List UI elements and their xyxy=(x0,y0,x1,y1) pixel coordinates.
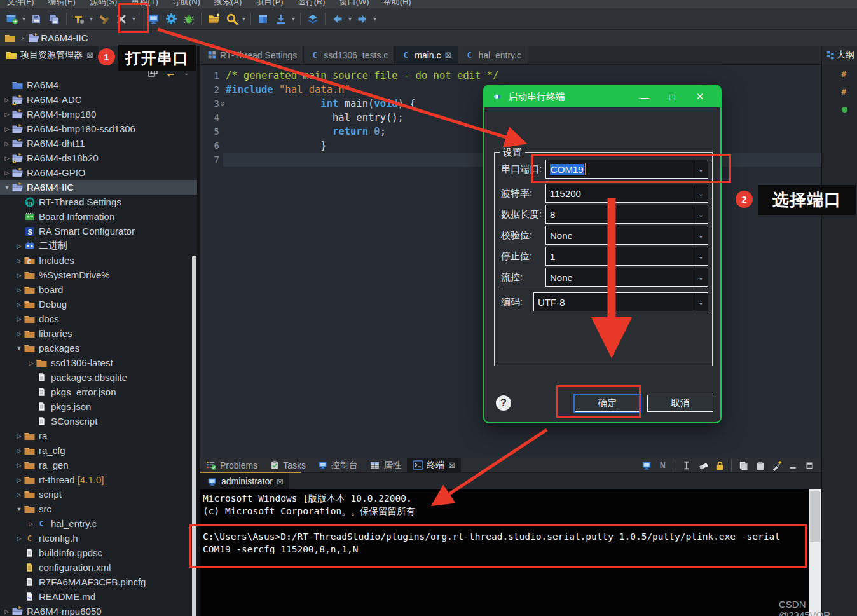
maximize-panel-icon[interactable] xyxy=(803,459,816,472)
download-icon[interactable] xyxy=(273,11,289,27)
tree-item-libraries[interactable]: ▷libraries xyxy=(0,326,197,341)
forward-dropdown-icon[interactable]: ▾ xyxy=(371,15,378,22)
tree-twisty-icon[interactable]: ▷ xyxy=(15,287,24,293)
menu-item-2[interactable]: 源码(S) xyxy=(90,0,117,8)
field-combo-3[interactable]: None⌄ xyxy=(545,226,708,245)
tree-item-ssd1306-latest[interactable]: ▷ssd1306-latest xyxy=(0,355,197,370)
bottom-tab-控制台[interactable]: 控制台 xyxy=(312,458,364,472)
tree-twisty-icon[interactable]: ▷ xyxy=(15,491,24,498)
chevron-down-icon[interactable]: ⌄ xyxy=(694,293,708,311)
minimize-icon[interactable]: — xyxy=(630,92,658,102)
dialog-titlebar[interactable]: 启动串行终端 — □ ✕ xyxy=(484,86,720,107)
search-dropdown-icon[interactable]: ▾ xyxy=(240,15,247,22)
tree-item-pkgs-json[interactable]: pkgs.json xyxy=(0,399,197,414)
tab-project-explorer[interactable]: 项目资源管理器 ⊠ xyxy=(0,46,99,64)
editor-tab-rt-thread-settings[interactable]: RT-Thread Settings xyxy=(200,46,304,64)
tree-twisty-icon[interactable]: ▷ xyxy=(3,111,11,118)
tree-twisty-icon[interactable]: ▷ xyxy=(15,257,24,264)
tree-item-sconscript[interactable]: SConscript xyxy=(0,414,197,428)
tree-twisty-icon[interactable]: ▷ xyxy=(15,448,24,454)
chevron-down-icon[interactable]: ⌄ xyxy=(694,268,708,286)
tree-twisty-icon[interactable]: ▷ xyxy=(15,462,24,469)
menu-item-0[interactable]: 文件(F) xyxy=(7,0,34,8)
paste-icon[interactable] xyxy=(753,459,766,472)
tree-item--systemdrive-[interactable]: ▷%SystemDrive% xyxy=(0,268,197,282)
close-icon[interactable]: ⊠ xyxy=(445,50,452,60)
field-combo-6[interactable]: UTF-8⌄ xyxy=(533,292,708,311)
tree-twisty-icon[interactable]: ▷ xyxy=(3,608,11,615)
tree-twisty-icon[interactable]: ▷ xyxy=(3,155,11,161)
bottom-tab-属性[interactable]: 属性 xyxy=(364,458,407,472)
tree-item-pkgs-error-json[interactable]: pkgs_error.json xyxy=(0,385,197,399)
field-combo-1[interactable]: 115200⌄ xyxy=(545,184,708,203)
build-icon[interactable] xyxy=(71,11,86,27)
tree-item-debug[interactable]: ▷Debug xyxy=(0,297,197,311)
settings-gear-icon[interactable] xyxy=(163,11,179,27)
tree-twisty-icon[interactable]: ▼ xyxy=(3,184,11,191)
tree-item-buildinfo-gpdsc[interactable]: buildinfo.gpdsc xyxy=(0,545,197,560)
tree-item-ra6m4-bmp180[interactable]: ▷RA6M4-bmp180 xyxy=(0,107,197,121)
tree-item-ra[interactable]: ▷ra xyxy=(0,428,197,443)
save-icon[interactable] xyxy=(29,11,44,27)
editor-tab-hal-entry-c[interactable]: Chal_entry.c xyxy=(458,46,528,64)
menu-item-9[interactable]: 帮助(H) xyxy=(383,0,411,8)
outline-item-0[interactable]: # xyxy=(822,65,857,83)
command-input-icon[interactable]: N xyxy=(657,459,669,472)
tree-item-packages[interactable]: ▼packages xyxy=(0,341,197,355)
scroll-lock-icon[interactable] xyxy=(713,459,726,472)
hammer-icon[interactable] xyxy=(96,11,111,27)
bottom-tab-终端[interactable]: 终端⊠ xyxy=(407,458,461,472)
forward-icon[interactable] xyxy=(355,11,370,27)
back-icon[interactable] xyxy=(330,11,345,27)
scrollbar-thumb[interactable] xyxy=(810,491,820,542)
perspective-icon[interactable] xyxy=(305,11,320,27)
menu-item-1[interactable]: 编辑(E) xyxy=(48,0,76,8)
menu-item-6[interactable]: 项目(P) xyxy=(256,0,283,8)
tree-item-r7fa6m4af3cfb-pincfg[interactable]: R7FA6M4AF3CFB.pincfg xyxy=(0,575,197,589)
tree-twisty-icon[interactable]: ▷ xyxy=(15,316,24,322)
tree-twisty-icon[interactable]: ▷ xyxy=(15,535,24,542)
chevron-down-icon[interactable]: ⌄ xyxy=(694,247,708,265)
tree-twisty-icon[interactable]: ▼ xyxy=(15,506,24,512)
tree-twisty-icon[interactable]: ▷ xyxy=(15,301,24,308)
tree-twisty-icon[interactable]: ▷ xyxy=(27,521,36,527)
sdk-manager-icon[interactable] xyxy=(256,11,271,27)
menu-item-4[interactable]: 导航(N) xyxy=(172,0,200,8)
terminal-scrollbar[interactable] xyxy=(809,489,821,616)
chevron-down-icon[interactable]: ⌄ xyxy=(694,205,708,223)
open-terminal-icon[interactable] xyxy=(640,459,653,472)
chevron-down-icon[interactable]: ⌄ xyxy=(694,184,708,202)
close-icon[interactable]: ✕ xyxy=(686,91,714,102)
menu-item-8[interactable]: 窗口(W) xyxy=(339,0,369,8)
close-icon[interactable]: ⊠ xyxy=(277,477,284,486)
insert-mode-icon[interactable] xyxy=(680,459,693,472)
menu-item-7[interactable]: 运行(R) xyxy=(298,0,326,8)
tree-item-board[interactable]: ▷board xyxy=(0,282,197,297)
field-combo-4[interactable]: 1⌄ xyxy=(545,247,708,266)
tree-twisty-icon[interactable]: ▷ xyxy=(3,170,11,176)
new-view-icon[interactable] xyxy=(770,459,783,472)
tree-item-ra-gen[interactable]: ▷ra_gen xyxy=(0,458,197,472)
tree-item-rt-thread[interactable]: ▷rt-thread[4.1.0] xyxy=(0,472,197,487)
bottom-tab-tasks[interactable]: Tasks xyxy=(263,458,312,472)
open-folder-icon[interactable] xyxy=(206,11,221,27)
debug-icon[interactable] xyxy=(181,11,196,27)
tab-administrator[interactable]: administrator ⊠ xyxy=(200,473,289,489)
tree-item-ra6m4-mpu6050[interactable]: ▷RA6M4-mpu6050 xyxy=(0,604,197,616)
close-icon[interactable]: ⊠ xyxy=(448,460,455,470)
tree-twisty-icon[interactable]: ▷ xyxy=(3,126,11,132)
new-project-icon[interactable] xyxy=(4,11,19,27)
tree-item-ra-cfg[interactable]: ▷ra_cfg xyxy=(0,443,197,458)
field-combo-5[interactable]: None⌄ xyxy=(545,268,708,287)
tree-twisty-icon[interactable]: ▼ xyxy=(15,345,24,352)
tree-twisty-icon[interactable]: ▷ xyxy=(3,140,11,147)
tree-item--[interactable]: ▷二进制 xyxy=(0,238,197,253)
editor-tab-ssd1306-tests-c[interactable]: Cssd1306_tests.c xyxy=(304,46,395,64)
chevron-down-icon[interactable]: ⌄ xyxy=(694,226,708,244)
cancel-button[interactable]: 取消 xyxy=(647,395,713,412)
tree-twisty-icon[interactable]: ▷ xyxy=(15,331,24,337)
tree-item-ra6m4-bmp180-ssd1306[interactable]: ▷RA6M4-bmp180-ssd1306 xyxy=(0,121,197,136)
menu-item-5[interactable]: 搜索(A) xyxy=(214,0,242,8)
tree-item-ra6m4-iic[interactable]: ▼RA6M4-IIC xyxy=(0,180,197,195)
tree-item-rtconfig-h[interactable]: ▷Crtconfig.h xyxy=(0,531,197,545)
